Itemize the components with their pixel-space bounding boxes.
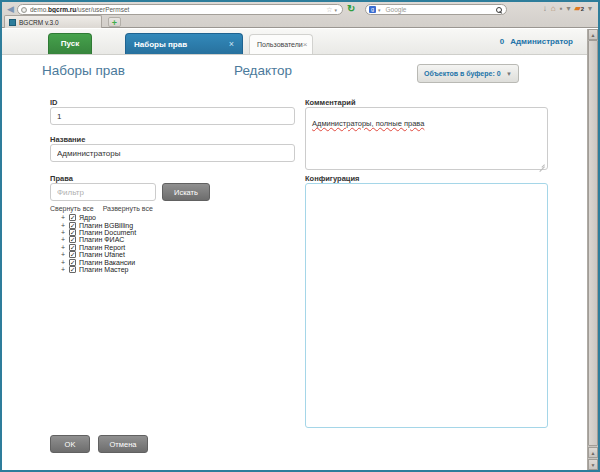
browser-tab[interactable]: BGCRM v.3.0 <box>4 15 102 28</box>
url-text[interactable]: demo.bgcrm.ru/user/userPermset <box>30 6 326 13</box>
user-name: Администратор <box>510 37 573 46</box>
permissions-tree: + ✓ Ядро + ✓ Плагин BGBilling + ✓ Плагин… <box>60 214 136 273</box>
checkbox-checked-icon[interactable]: ✓ <box>69 214 76 221</box>
id-label: ID <box>50 98 58 107</box>
back-icon[interactable]: ◀ <box>5 3 16 15</box>
buffer-select-label: Объектов в буфере: 0 <box>424 70 506 77</box>
vertical-scrollbar[interactable]: ▲ ▲ ▼ <box>587 29 598 470</box>
scroll-down-icon[interactable]: ▼ <box>588 459 598 470</box>
chevron-down-icon: ▼ <box>506 71 512 77</box>
home-icon[interactable]: ⌂ <box>551 3 556 15</box>
tree-row[interactable]: + ✓ Ядро <box>60 214 136 221</box>
tree-row[interactable]: + ✓ Плагин Вакансии <box>60 258 136 265</box>
ok-button[interactable]: OK <box>50 435 90 453</box>
buffer-select[interactable]: Объектов в буфере: 0 ▼ <box>417 64 519 83</box>
expand-icon[interactable]: + <box>60 251 66 258</box>
extension-icon[interactable]: ▰2 <box>574 3 584 15</box>
tree-item-label: Плагин ФИАС <box>79 236 124 243</box>
current-user-link[interactable]: 0 Администратор <box>500 37 573 46</box>
name-label: Название <box>50 135 85 144</box>
checkbox-checked-icon[interactable]: ✓ <box>69 236 76 243</box>
cancel-button[interactable]: Отмена <box>98 435 148 453</box>
comment-text: Администраторы, полные права <box>312 119 424 128</box>
extension-dropdown-icon[interactable]: ▾ <box>588 3 592 15</box>
browser-window: ◀ demo.bgcrm.ru/user/userPermset ☆ ▾ ↻ g… <box>0 0 600 472</box>
tree-row[interactable]: + ✓ Плагин Report <box>60 244 136 251</box>
search-input[interactable]: Google <box>386 6 495 13</box>
tab-label: Пользователи <box>257 41 303 48</box>
tree-item-label: Плагин BGBilling <box>79 222 133 229</box>
tree-item-label: Плагин Мастер <box>79 266 129 273</box>
tab-label: Наборы прав <box>134 40 229 49</box>
downloads-icon[interactable]: ↓ <box>543 3 547 15</box>
search-icon[interactable] <box>495 6 503 14</box>
filter-input[interactable] <box>50 183 156 201</box>
tree-item-label: Плагин Report <box>79 244 125 251</box>
browser-tab-title: BGCRM v.3.0 <box>19 19 59 26</box>
expand-icon[interactable]: + <box>60 236 66 243</box>
tab-users[interactable]: Пользователи × <box>249 34 313 54</box>
checkbox-checked-icon[interactable]: ✓ <box>69 229 76 236</box>
tree-row[interactable]: + ✓ Плагин Мастер <box>60 266 136 273</box>
expand-icon[interactable]: + <box>60 222 66 229</box>
expand-icon[interactable]: + <box>60 266 66 273</box>
tree-row[interactable]: + ✓ Плагин BGBilling <box>60 221 136 228</box>
extension-badge: 2 <box>581 6 584 12</box>
favicon <box>9 19 16 26</box>
new-tab-button[interactable]: + <box>108 17 121 27</box>
resize-grip-icon[interactable] <box>539 161 545 167</box>
page-content: Наборы прав Редактор Объектов в буфере: … <box>2 55 587 470</box>
expand-icon[interactable]: + <box>60 229 66 236</box>
checkbox-checked-icon[interactable]: ✓ <box>69 251 76 258</box>
site-identity-icon <box>21 7 27 13</box>
start-button[interactable]: Пуск <box>48 33 92 54</box>
expand-all-link[interactable]: Развернуть все <box>103 205 153 212</box>
tree-row[interactable]: + ✓ Плагин Document <box>60 229 136 236</box>
page-title: Наборы прав <box>42 63 125 78</box>
app-tab-bar: Пуск Наборы прав × Пользователи × 0 Адми… <box>2 29 587 55</box>
address-bar[interactable]: demo.bgcrm.ru/user/userPermset ☆ ▾ <box>17 4 343 15</box>
checkbox-checked-icon[interactable]: ✓ <box>69 266 76 273</box>
expand-icon[interactable]: + <box>60 244 66 251</box>
url-dropdown-icon[interactable]: ▾ <box>334 7 337 13</box>
tab-permsets[interactable]: Наборы прав × <box>125 33 243 54</box>
tree-item-label: Плагин Document <box>79 229 136 236</box>
config-label: Конфигурация <box>305 174 359 183</box>
close-icon[interactable]: × <box>229 39 234 49</box>
reload-icon[interactable]: ↻ <box>347 3 355 15</box>
bookmarks-icon[interactable]: ▪ <box>560 3 563 15</box>
tree-item-label: Плагин Ufanet <box>79 251 125 258</box>
close-icon[interactable]: × <box>303 40 308 49</box>
scrollbar-thumb[interactable] <box>588 40 598 446</box>
scroll-up-icon[interactable]: ▲ <box>588 29 598 40</box>
config-textarea[interactable] <box>305 183 548 428</box>
editor-title: Редактор <box>234 63 292 78</box>
user-count: 0 <box>500 37 504 46</box>
checkbox-checked-icon[interactable]: ✓ <box>69 222 76 229</box>
checkbox-checked-icon[interactable]: ✓ <box>69 259 76 266</box>
collapse-all-link[interactable]: Свернуть все <box>50 205 94 212</box>
browser-chrome: ◀ demo.bgcrm.ru/user/userPermset ☆ ▾ ↻ g… <box>2 2 598 28</box>
comment-textarea[interactable]: Администраторы, полные права <box>305 107 548 170</box>
name-field[interactable] <box>50 144 295 162</box>
bookmarks-dropdown-icon[interactable]: ▾ <box>566 3 570 15</box>
search-box[interactable]: g ▾ Google <box>365 4 507 15</box>
comment-label: Комментарий <box>305 98 356 107</box>
perms-label: Права <box>50 174 73 183</box>
checkbox-checked-icon[interactable]: ✓ <box>69 244 76 251</box>
search-engine-icon[interactable]: g <box>369 6 376 13</box>
bookmark-star-icon[interactable]: ☆ <box>326 5 332 14</box>
tree-item-label: Плагин Вакансии <box>79 259 135 266</box>
expand-icon[interactable]: + <box>60 214 66 221</box>
tree-row[interactable]: + ✓ Плагин ФИАС <box>60 236 136 243</box>
id-field[interactable] <box>50 107 295 125</box>
search-engine-dropdown-icon[interactable]: ▾ <box>378 7 381 13</box>
tree-row[interactable]: + ✓ Плагин Ufanet <box>60 251 136 258</box>
expand-icon[interactable]: + <box>60 259 66 266</box>
tree-item-label: Ядро <box>79 214 96 221</box>
search-permissions-button[interactable]: Искать <box>162 183 210 201</box>
scroll-up2-icon[interactable]: ▲ <box>588 447 598 458</box>
